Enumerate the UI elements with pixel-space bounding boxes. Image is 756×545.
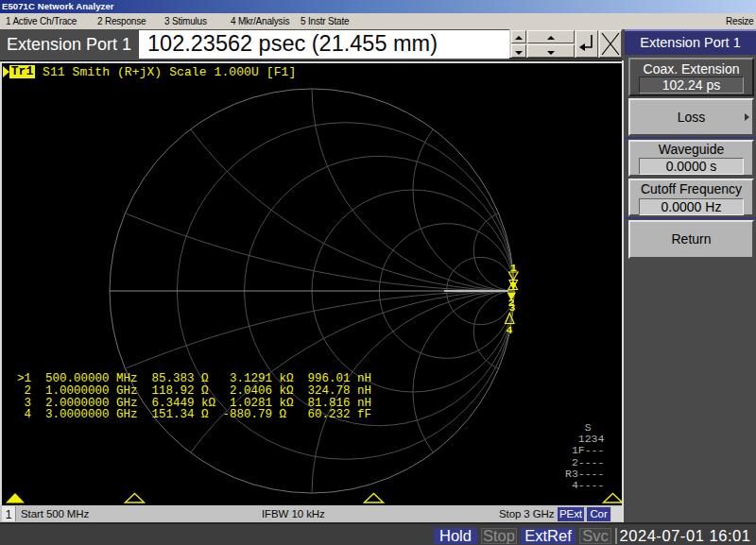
svg-text:4: 4	[507, 324, 513, 336]
svg-text:3: 3	[509, 301, 516, 314]
svg-text:1: 1	[510, 262, 517, 274]
